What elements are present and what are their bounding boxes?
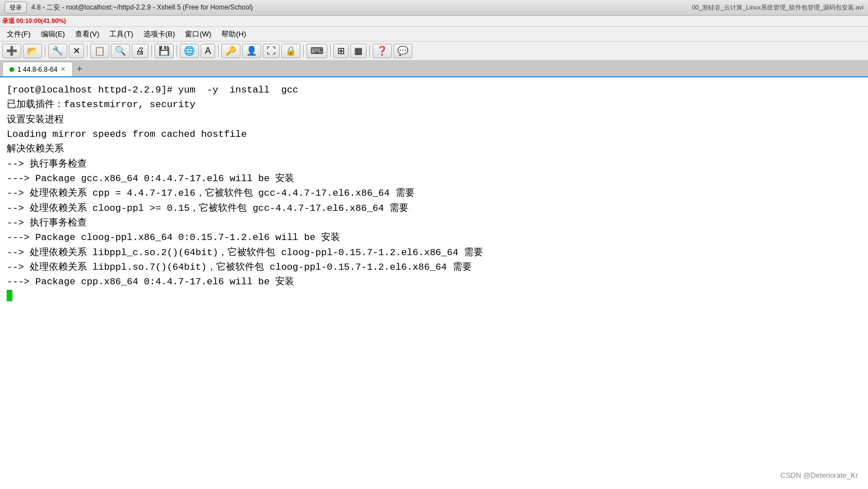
- recording-bar: 录退 00:10:00(41.90%): [0, 16, 868, 27]
- globe-button[interactable]: 🌐: [180, 44, 199, 58]
- tab-label: 1 44.8-6.8-64: [17, 66, 57, 73]
- fullscreen-button[interactable]: ⛶: [263, 44, 280, 58]
- terminal-line-2: 设置安装进程: [7, 113, 861, 127]
- terminal-cursor-line: [7, 290, 861, 301]
- tab-bar: 1 44.8-6.8-64 ✕ +: [0, 61, 868, 77]
- split-button[interactable]: ▦: [350, 44, 366, 58]
- watermark: CSDN @Deteriorate_Kr: [781, 470, 858, 481]
- save-log-button[interactable]: 💾: [155, 44, 174, 58]
- terminal-area[interactable]: [root@localhost httpd-2.2.9]# yum -y ins…: [0, 77, 868, 489]
- help-button[interactable]: ❓: [373, 44, 392, 58]
- terminal-line-5: --> 执行事务检查: [7, 157, 861, 172]
- title-bar: 登录 4.8 - 二安 - root@localhost:~/httpd-2.2…: [0, 0, 868, 16]
- terminal-line-4: 解决依赖关系: [7, 142, 861, 156]
- key-button[interactable]: 🔑: [221, 44, 240, 58]
- session-tab[interactable]: 1 44.8-6.8-64 ✕: [2, 62, 73, 76]
- menu-bar: 文件(F) 编辑(E) 查看(V) 工具(T) 选项卡(B) 窗口(W) 帮助(…: [0, 27, 868, 41]
- separator-8: [369, 45, 370, 57]
- terminal-line-0: [root@localhost httpd-2.2.9]# yum -y ins…: [7, 83, 861, 98]
- new-tab-button[interactable]: +: [73, 62, 86, 76]
- separator-7: [330, 45, 331, 57]
- separator-6: [303, 45, 304, 57]
- feedback-button[interactable]: 💬: [393, 44, 412, 58]
- print-button[interactable]: 🖨: [132, 44, 148, 58]
- menu-edit[interactable]: 编辑(E): [36, 28, 69, 40]
- window-title: 4.8 - 二安 - root@localhost:~/httpd-2.2.9 …: [31, 3, 253, 12]
- toolbar: ➕ 📂 🔧 ✕ 📋 🔍 🖨 💾 🌐 A 🔑 👤 ⛶ 🔒 ⌨ ⊞ ▦ ❓ 💬: [0, 41, 868, 61]
- properties-button[interactable]: 🔧: [48, 44, 67, 58]
- separator-5: [218, 45, 219, 57]
- terminal-line-9: --> 执行事务检查: [7, 216, 861, 230]
- agent-button[interactable]: 👤: [242, 44, 261, 58]
- menu-view[interactable]: 查看(V): [71, 28, 104, 40]
- find-button[interactable]: 🔍: [111, 44, 130, 58]
- terminal-line-13: ---> Package cpp.x86_64 0:4.4.7-17.el6 w…: [7, 275, 861, 289]
- terminal-line-11: --> 处理依赖关系 libppl_c.so.2()(64bit)，它被软件包 …: [7, 246, 861, 260]
- font-button[interactable]: A: [201, 44, 215, 58]
- new-session-button[interactable]: ➕: [2, 44, 21, 58]
- copy-button[interactable]: 📋: [90, 44, 109, 58]
- terminal-line-1: 已加载插件：fastestmirror, security: [7, 98, 861, 112]
- recording-text: 录退 00:10:00(41.90%): [2, 17, 66, 25]
- login-button[interactable]: 登录: [4, 2, 27, 13]
- separator-1: [45, 45, 45, 57]
- terminal-line-6: ---> Package gcc.x86_64 0:4.4.7-17.el6 w…: [7, 172, 861, 186]
- tab-close-button[interactable]: ✕: [61, 66, 66, 73]
- separator-2: [87, 45, 87, 57]
- terminal-cursor: [7, 290, 12, 301]
- terminal-line-3: Loading mirror speeds from cached hostfi…: [7, 127, 861, 142]
- lock-button[interactable]: 🔒: [281, 44, 300, 58]
- terminal-line-12: --> 处理依赖关系 libppl.so.7()(64bit)，它被软件包 cl…: [7, 260, 861, 275]
- terminal-line-7: --> 处理依赖关系 cpp = 4.4.7-17.el6，它被软件包 gcc-…: [7, 186, 861, 201]
- video-label: 00_浙硅谷_云计算_Linux系统管理_软件包管理_源码包安装.avi: [692, 3, 864, 12]
- menu-tools[interactable]: 工具(T): [105, 28, 138, 40]
- menu-tabs[interactable]: 选项卡(B): [139, 28, 179, 40]
- separator-4: [177, 45, 177, 57]
- compose-button[interactable]: ⌨: [307, 44, 327, 58]
- menu-file[interactable]: 文件(F): [2, 28, 35, 40]
- terminal-line-8: --> 处理依赖关系 cloog-ppl >= 0.15，它被软件包 gcc-4…: [7, 201, 861, 216]
- separator-3: [151, 45, 152, 57]
- menu-window[interactable]: 窗口(W): [180, 28, 216, 40]
- terminal-line-10: ---> Package cloog-ppl.x86_64 0:0.15.7-1…: [7, 230, 861, 245]
- tab-connection-dot: [10, 67, 14, 72]
- menu-help[interactable]: 帮助(H): [217, 28, 250, 40]
- close-session-button[interactable]: ✕: [69, 44, 84, 58]
- layout-button[interactable]: ⊞: [333, 44, 349, 58]
- open-button[interactable]: 📂: [23, 44, 42, 58]
